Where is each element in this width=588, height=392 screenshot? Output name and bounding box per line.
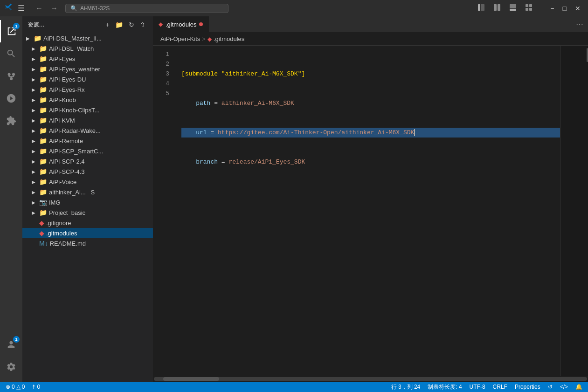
status-line-ending[interactable]: CRLF <box>491 384 509 390</box>
status-tags[interactable]: </> <box>558 384 570 390</box>
list-item[interactable]: ▶ 📁 AiPi-SCP-4.3 <box>22 166 153 177</box>
list-item[interactable]: ▶ 📁 AiPi-DSL_Master_II... <box>22 33 153 43</box>
minimize-button[interactable]: − <box>547 2 557 14</box>
chevron-right-icon: ▶ <box>32 118 37 123</box>
error-icon: ⊗ <box>6 384 10 390</box>
chevron-right-icon: ▶ <box>32 77 37 82</box>
status-errors[interactable]: ⊗ 0 △ 0 <box>4 384 27 390</box>
folder-icon: 📁 <box>39 168 47 175</box>
collapse-button[interactable]: ⇧ <box>138 20 147 29</box>
breadcrumb-part-2[interactable]: .gitmodules <box>214 35 244 42</box>
nav-forward-button[interactable]: → <box>48 3 61 14</box>
language-text: Properties <box>515 384 540 390</box>
chevron-right-icon: ▶ <box>32 46 37 51</box>
sidebar-item-gitmodules[interactable]: ▶ ◆ .gitmodules <box>22 228 153 238</box>
chevron-right-icon: ▶ <box>32 169 37 174</box>
list-item[interactable]: ▶ 📁 AiPi-Remote <box>22 136 153 146</box>
gitignore-icon: ◆ <box>39 219 44 227</box>
svg-rect-3 <box>498 4 500 11</box>
hamburger-menu[interactable]: ☰ <box>18 4 24 13</box>
list-item[interactable]: ▶ 📁 AiPi-Knob <box>22 95 153 105</box>
new-folder-button[interactable]: 📁 <box>113 20 125 29</box>
status-sync[interactable]: ↺ <box>546 384 554 390</box>
status-encoding[interactable]: UTF-8 <box>468 384 487 390</box>
folder-icon: 📁 <box>39 106 47 114</box>
code-editor[interactable]: [submodule "aithinker_Ai-M6X_SDK"] path … <box>174 46 560 376</box>
svg-rect-5 <box>510 9 516 11</box>
close-button[interactable]: ✕ <box>572 2 583 14</box>
list-item[interactable]: ▶ 📷 IMG <box>22 197 153 207</box>
command-palette[interactable]: 🔍 Ai-M61-32S <box>65 4 228 13</box>
status-tab-size[interactable]: 制表符长度: 4 <box>426 383 463 391</box>
sidebar: 资源... + 📁 ↻ ⇧ ▶ 📁 AiPi-DSL_Master_II... … <box>22 16 153 382</box>
list-item[interactable]: ▶ 📁 aithinker_Ai... S <box>22 187 153 197</box>
layout-button[interactable] <box>522 2 535 14</box>
activity-item-account[interactable]: 1 <box>0 333 22 356</box>
chevron-right-icon: ▶ <box>32 56 37 62</box>
activity-bottom: 1 <box>0 333 22 378</box>
list-item[interactable]: ▶ 📁 AiPi-Voice <box>22 177 153 187</box>
split-editor-button[interactable] <box>491 2 504 14</box>
folder-icon: 📁 <box>39 45 47 52</box>
scrollbar-thumb[interactable] <box>163 377 219 381</box>
folder-icon: 📁 <box>39 188 47 196</box>
explorer-badge: 1 <box>13 23 20 29</box>
list-item[interactable]: ▶ 📁 AiPi-Eyes-DU <box>22 74 153 84</box>
list-item[interactable]: ▶ 📁 AiPi-KVM <box>22 115 153 125</box>
activity-item-search[interactable] <box>0 42 22 65</box>
status-language[interactable]: Properties <box>513 384 542 390</box>
activity-item-settings[interactable] <box>0 356 22 378</box>
panel-toggle-button[interactable] <box>506 2 519 14</box>
list-item[interactable]: ▶ 📁 AiPi-SCP-2.4 <box>22 156 153 166</box>
folder-icon: 📁 <box>39 147 47 155</box>
main-layout: 1 <box>0 16 588 382</box>
list-item[interactable]: ▶ 📁 AiPi-SCP_SmartC... <box>22 146 153 156</box>
warning-icon: △ <box>16 384 21 390</box>
list-item[interactable]: ▶ 📁 AiPi-Eyes_weather <box>22 64 153 74</box>
breadcrumb-part-1[interactable]: AiPi-Open-Kits <box>160 35 200 42</box>
list-item[interactable]: ▶ 📁 AiPi-Radar-Wake... <box>22 125 153 136</box>
chevron-right-icon: ▶ <box>26 36 32 41</box>
status-notifications[interactable]: 🔔 <box>574 384 584 390</box>
gitmodules-icon: ◆ <box>39 229 44 237</box>
tab-gitmodules[interactable]: ◆ .gitmodules <box>153 16 209 32</box>
breadcrumb-file-icon: ◆ <box>208 36 212 42</box>
folder-icon: 📁 <box>39 209 47 216</box>
svg-rect-2 <box>494 4 497 11</box>
list-item[interactable]: ▶ M↓ README.md <box>22 238 153 248</box>
more-tabs-button[interactable]: ⋯ <box>571 16 588 32</box>
refresh-button[interactable]: ↻ <box>127 20 136 29</box>
activity-item-source-control[interactable] <box>0 65 22 87</box>
list-item[interactable]: ▶ 📁 Project_basic <box>22 207 153 218</box>
img-folder-icon: 📷 <box>39 199 47 206</box>
code-line-3: url = https://gitee.com/Ai-Thinker-Open/… <box>181 128 560 138</box>
horizontal-scrollbar[interactable] <box>153 376 588 382</box>
status-bar: ⊗ 0 △ 0 ☨ 0 行 3，列 24 制表符长度: 4 UTF-8 CRLF… <box>0 382 588 392</box>
maximize-button[interactable]: □ <box>560 2 569 14</box>
list-item[interactable]: ▶ 📁 AiPi-Eyes-Rx <box>22 84 153 95</box>
status-position[interactable]: 行 3，列 24 <box>389 383 422 391</box>
list-item[interactable]: ▶ 📁 AiPi-DSL_Watch <box>22 43 153 54</box>
folder-icon: 📁 <box>39 158 47 165</box>
svg-point-12 <box>10 79 12 81</box>
svg-rect-0 <box>478 4 480 11</box>
tags-icon: </> <box>560 384 568 390</box>
sidebar-toggle-button[interactable] <box>475 2 488 14</box>
status-remote[interactable]: ☨ 0 <box>30 384 42 390</box>
new-file-button[interactable]: + <box>104 20 111 29</box>
tab-label: .gitmodules <box>166 21 196 28</box>
activity-item-extensions[interactable] <box>0 110 22 132</box>
nav-back-button[interactable]: ← <box>33 3 46 14</box>
chevron-right-icon: ▶ <box>32 108 37 113</box>
minimap <box>560 46 588 376</box>
list-item[interactable]: ▶ 📁 AiPi-Eyes <box>22 54 153 64</box>
encoding-text: UTF-8 <box>470 384 485 390</box>
chevron-right-icon: ▶ <box>32 87 37 92</box>
breadcrumb-separator: > <box>202 35 206 42</box>
activity-item-debug[interactable] <box>0 87 22 110</box>
list-item[interactable]: ▶ ◆ .gitignore <box>22 218 153 228</box>
chevron-right-icon: ▶ <box>32 179 37 185</box>
list-item[interactable]: ▶ 📁 AiPi-Knob-ClipsT... <box>22 105 153 115</box>
svg-rect-8 <box>526 8 528 11</box>
activity-item-explorer[interactable]: 1 <box>0 20 22 42</box>
